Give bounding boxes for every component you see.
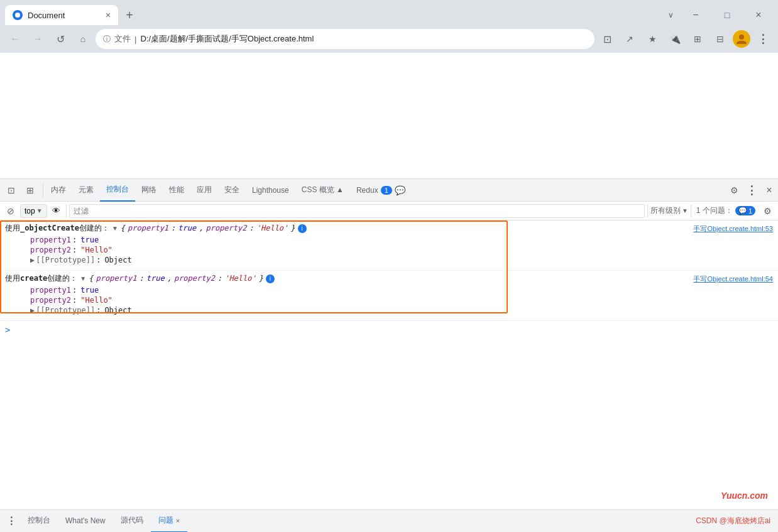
tab-application[interactable]: 应用 (190, 179, 218, 202)
console-top-selector[interactable]: top ▼ (20, 204, 47, 218)
window-minimize-button[interactable]: − (681, 5, 710, 25)
tab-security[interactable]: 安全 (218, 179, 246, 202)
tab-bar: Document × + ∨ − □ × (0, 0, 778, 25)
bottom-tab-console[interactable]: 控制台 (20, 510, 58, 533)
tab-performance[interactable]: 性能 (163, 179, 190, 202)
window-close-button[interactable]: × (744, 5, 773, 25)
console-filter-input[interactable] (69, 204, 645, 218)
entry2-prototype-arrow[interactable]: ▶ (30, 306, 35, 315)
devtools-toolbar: ⊡ ⊞ 内存 元素 控制台 网络 性能 应用 安全 Lighthouse CSS… (0, 179, 778, 202)
tab-close-button[interactable]: × (103, 10, 113, 20)
url-protocol-icon: ⓘ (103, 34, 111, 45)
level-label: 所有级别 (650, 205, 681, 216)
bottom-tab-issues-close[interactable]: × (176, 517, 180, 524)
browser-menu-button[interactable]: ⋮ (753, 29, 773, 49)
bottom-tab-issues[interactable]: 问题 × (151, 510, 187, 533)
tab-console[interactable]: 控制台 (100, 179, 135, 202)
entry1-expand-icon[interactable]: ▼ (112, 225, 118, 232)
issues-count: 1 个问题： 💬 1 (694, 205, 758, 216)
redux-badge: 1 (381, 186, 392, 195)
url-action-bookmark[interactable]: ★ (642, 29, 662, 49)
tab-css-overview[interactable]: CSS 概览 ▲ (295, 179, 350, 202)
entry2-label: 使用create创建的： (5, 273, 77, 284)
url-protocol: 文件 (114, 33, 131, 45)
url-action-extension2[interactable]: ⊟ (710, 29, 730, 49)
tab-lighthouse[interactable]: Lighthouse (246, 179, 295, 202)
address-bar: ← → ↺ ⌂ ⓘ 文件 | D:/桌面/题解/手撕面试题/手写Object.c… (0, 25, 778, 53)
browser-window: Document × + ∨ − □ × ← → ↺ ⌂ ⓘ 文件 | D:/桌… (0, 0, 778, 532)
devtools-more-button[interactable]: ⋮ (743, 182, 760, 199)
log-level-selector[interactable]: 所有级别 ▼ (650, 205, 688, 216)
url-action-sidebar[interactable]: ⊞ (688, 29, 708, 49)
window-chevron-button[interactable]: ∨ (662, 7, 679, 23)
entry1-prototype-arrow[interactable]: ▶ (30, 256, 35, 264)
window-maximize-button[interactable]: □ (713, 5, 742, 25)
console-settings-button[interactable]: ⚙ (760, 204, 774, 218)
entry1-label: 使用_objectCreate创建的： (5, 223, 109, 234)
forward-button[interactable]: → (28, 29, 48, 49)
entry1-source-link[interactable]: 手写Object.create.html:53 (683, 224, 773, 234)
console-entry-1: 使用_objectCreate创建的： ▼ { property1 : true… (0, 220, 778, 271)
devtools-bottom-bar: ⋮ 控制台 What's New 源代码 问题 × CSDN @海底烧烤店ai (0, 509, 778, 532)
tab-elements[interactable]: 元素 (72, 179, 100, 202)
tab-network[interactable]: 网络 (135, 179, 163, 202)
entry2-tree: property1 : true property2 : "Hello" ▶ [… (5, 285, 683, 315)
issues-label: 1 个问题： (696, 205, 733, 216)
url-bar[interactable]: ⓘ 文件 | D:/桌面/题解/手撕面试题/手写Object.create.ht… (96, 29, 594, 49)
bottom-tab-sources[interactable]: 源代码 (113, 510, 151, 533)
reload-button[interactable]: ↺ (50, 29, 70, 49)
console-toolbar: ⊘ top ▼ 👁 所有级别 ▼ 1 个问题： 💬 1 ⚙ (0, 202, 778, 220)
devtools-close-button[interactable]: × (760, 182, 778, 199)
entry2-expand-icon[interactable]: ▼ (80, 275, 86, 282)
bottom-bar-menu-icon[interactable]: ⋮ (3, 513, 20, 530)
back-button[interactable]: ← (5, 29, 25, 49)
inspect-element-button[interactable]: ⊡ (3, 182, 20, 199)
console-clear-button[interactable]: ⊘ (4, 204, 18, 218)
tab-title: Document (28, 11, 98, 20)
console-output-area: 使用_objectCreate创建的： ▼ { property1 : true… (0, 220, 778, 339)
home-button[interactable]: ⌂ (73, 29, 93, 49)
page-content (0, 53, 778, 178)
avatar-button[interactable] (733, 30, 750, 48)
console-prompt: > (0, 321, 778, 339)
bottom-tab-issues-label: 问题 (158, 515, 173, 526)
redux-icon: 💬 (395, 185, 405, 195)
watermark: Yuucn.com (721, 491, 768, 501)
devtools-settings-button[interactable]: ⚙ (725, 182, 743, 199)
svg-point-0 (739, 35, 744, 40)
issues-count-number: 1 (748, 207, 752, 215)
url-action-extension1[interactable]: 🔌 (665, 29, 685, 49)
devtools-panel: ⊡ ⊞ 内存 元素 控制台 网络 性能 应用 安全 Lighthouse CSS… (0, 178, 778, 339)
console-eye-button[interactable]: 👁 (50, 204, 63, 218)
entry2-source-link[interactable]: 手写Object.create.html:54 (683, 274, 773, 284)
url-action-share[interactable]: ↗ (620, 29, 640, 49)
entry2-obj-close: } (259, 274, 263, 283)
top-label: top (25, 207, 35, 215)
url-path: D:/桌面/题解/手撕面试题/手写Object.create.html (140, 33, 587, 45)
tab-memory[interactable]: 内存 (45, 179, 72, 202)
prompt-symbol: > (5, 325, 10, 335)
issues-badge: 💬 1 (735, 206, 755, 215)
tab-redux[interactable]: Redux 1 💬 (350, 179, 412, 202)
new-tab-button[interactable]: + (121, 6, 138, 24)
entry2-obj-open: { (89, 274, 93, 283)
tab-favicon (13, 10, 23, 20)
entry1-info-icon[interactable]: i (298, 224, 307, 233)
entry1-tree: property1 : true property2 : "Hello" ▶ [… (5, 235, 683, 265)
active-tab[interactable]: Document × (5, 5, 118, 25)
url-action-qr[interactable]: ⊡ (597, 29, 617, 49)
entry2-info-icon[interactable]: i (266, 274, 275, 283)
entry1-obj-inline: { (121, 224, 125, 232)
console-entry-2: 使用create创建的： ▼ { property1 : true , prop… (0, 271, 778, 321)
bottom-right-text: CSDN @海底烧烤店ai (696, 516, 775, 526)
device-mode-button[interactable]: ⊞ (21, 182, 39, 199)
url-separator: | (134, 35, 136, 44)
bottom-tab-whatsnew[interactable]: What's New (58, 510, 113, 533)
